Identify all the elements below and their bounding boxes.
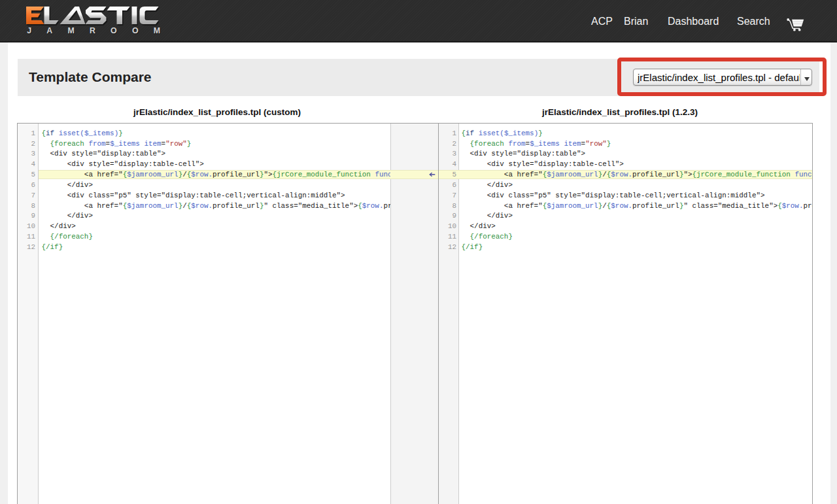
svg-text:JAMROOM: JAMROOM [27,26,167,35]
